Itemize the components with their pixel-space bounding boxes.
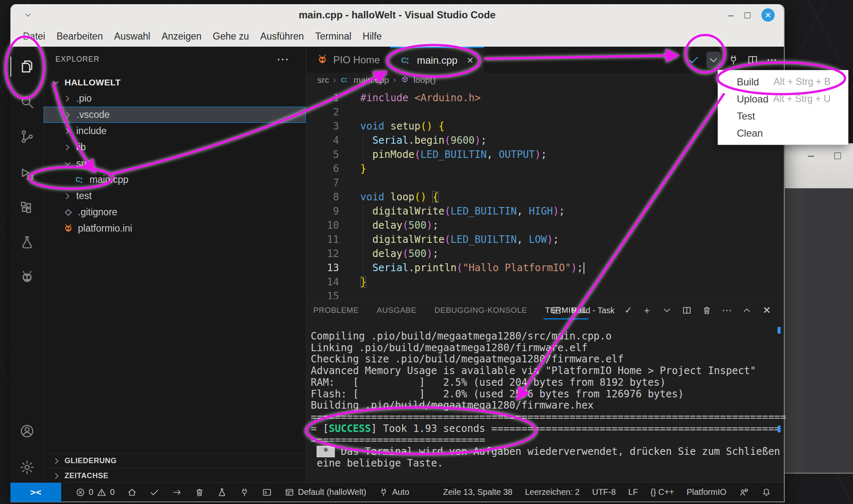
menu-datei[interactable]: Datei: [23, 31, 45, 42]
chevron-down-icon[interactable]: [706, 52, 721, 68]
titlebar-chevron-icon[interactable]: [24, 11, 32, 19]
menu-bearbeiten[interactable]: Bearbeiten: [57, 31, 103, 42]
platformio-alien-icon[interactable]: [17, 268, 37, 288]
maximize-button[interactable]: □: [745, 10, 751, 20]
statusbar-pio-clean-button[interactable]: [195, 487, 205, 497]
source-control-icon[interactable]: [17, 127, 37, 147]
menu-terminal[interactable]: Terminal: [315, 31, 352, 42]
bg-maximize-button[interactable]: □: [834, 149, 841, 162]
statusbar-pio-build-button[interactable]: [150, 487, 160, 497]
tab-main-cpp[interactable]: C++main.cpp✕: [390, 47, 484, 73]
code-editor[interactable]: 1#include <Arduino.h>23void setup() {4 S…: [307, 87, 784, 299]
tab-close-icon[interactable]: ✕: [466, 55, 474, 65]
code-line-4: 4 Serial.begin(9600);: [307, 133, 784, 147]
tree-item-platformioini[interactable]: platformio.ini: [44, 220, 306, 237]
terminal-text: ] Took 1.93 seconds: [371, 423, 491, 434]
terminal-text: Linking .pio/build/megaatmega1280/firmwa…: [311, 342, 588, 354]
statusbar-project-environment[interactable]: Default (halloWelt): [284, 487, 366, 497]
search-icon[interactable]: [17, 92, 37, 112]
section-zeitachse[interactable]: ZEITACHSE: [44, 468, 306, 483]
statusbar-value: PlatformIO: [686, 487, 726, 497]
chevron-right-icon: [63, 192, 72, 201]
tree-item-HALLOWELT[interactable]: HALLOWELT: [44, 74, 306, 90]
panel-tab-ausgabe[interactable]: AUSGABE: [377, 299, 417, 321]
chevron-down-icon[interactable]: [661, 305, 672, 316]
tree-item-maincpp[interactable]: C++main.cpp: [44, 172, 306, 188]
bg-minimize-button[interactable]: –: [808, 149, 814, 162]
close-button[interactable]: ✕: [761, 8, 775, 22]
section-gliederung[interactable]: GLIEDERUNG: [44, 453, 306, 468]
menu-auswahl[interactable]: Auswahl: [114, 31, 150, 42]
statusbar-remote-indicator[interactable]: ><: [10, 483, 61, 502]
code-token: void: [360, 191, 384, 203]
build-check-icon[interactable]: [687, 54, 700, 66]
editor-group: PIO HomeC++main.cpp✕ src›C++main.cpp›loo…: [307, 47, 784, 299]
panel-tab-probleme[interactable]: PROBLEME: [313, 299, 359, 321]
menu-item-upload[interactable]: UploadAlt + Strg + U: [718, 90, 848, 107]
trash-icon[interactable]: [701, 305, 712, 316]
account-icon[interactable]: [17, 421, 37, 441]
explorer-header: EXPLORER: [55, 55, 100, 64]
minimize-button[interactable]: –: [728, 10, 733, 20]
code-token: ;: [432, 220, 438, 231]
statusbar-serial-port[interactable]: Auto: [379, 487, 409, 497]
more-actions-icon[interactable]: [766, 54, 778, 66]
explorer-more-icon[interactable]: ⋯: [277, 52, 289, 66]
test-beaker-icon[interactable]: [17, 232, 37, 252]
tree-item-lib[interactable]: lib: [44, 139, 306, 155]
plus-icon[interactable]: ＋: [641, 305, 652, 316]
tree-item-src[interactable]: src: [44, 155, 306, 172]
statusbar-language-mode[interactable]: {} C++: [651, 487, 674, 497]
menu-anzeigen[interactable]: Anzeigen: [162, 31, 202, 42]
statusbar-pio-terminal-button[interactable]: [262, 487, 272, 497]
statusbar-problems[interactable]: 00: [75, 487, 115, 497]
close-icon[interactable]: ✕: [761, 305, 772, 316]
statusbar-encoding[interactable]: UTF-8: [592, 487, 616, 497]
menu-gehe-zu[interactable]: Gehe zu: [213, 31, 249, 42]
files-icon[interactable]: [10, 57, 37, 77]
split-editor-icon[interactable]: [681, 305, 692, 316]
run-debug-icon[interactable]: [17, 164, 37, 184]
breadcrumb-item[interactable]: src: [317, 75, 329, 85]
tree-item-test[interactable]: test: [44, 188, 306, 204]
chevron-up-icon[interactable]: [741, 305, 752, 316]
line-number: 3: [307, 119, 339, 133]
menu-item-clean[interactable]: Clean: [718, 125, 848, 142]
terminal-task-name[interactable]: Build - Task: [572, 306, 615, 315]
statusbar-platformio-mode[interactable]: PlatformIO: [686, 487, 726, 497]
breadcrumb[interactable]: src›C++main.cpp›loop(): [317, 73, 436, 87]
statusbar-feedback[interactable]: [739, 487, 749, 497]
plug-icon[interactable]: [727, 54, 740, 66]
tree-item-gitignore[interactable]: .gitignore: [44, 204, 306, 220]
statusbar-notifications[interactable]: [761, 487, 771, 497]
line-number: 2: [307, 105, 339, 119]
more-actions-icon[interactable]: ⋯: [721, 305, 732, 316]
menu-hilfe[interactable]: Hilfe: [363, 31, 382, 42]
platformio-tab-icon: [317, 54, 328, 66]
tab-pio-home[interactable]: PIO Home: [307, 47, 390, 73]
statusbar-cursor-position[interactable]: Zeile 13, Spalte 38: [443, 487, 513, 497]
code-token: 9600: [451, 135, 475, 146]
menu-item-test[interactable]: Test: [718, 107, 848, 125]
tree-item-pio[interactable]: .pio: [44, 90, 306, 107]
titlebar[interactable]: main.cpp - halloWelt - Visual Studio Cod…: [10, 4, 784, 26]
statusbar-pio-home-button[interactable]: [127, 487, 137, 497]
breadcrumb-item[interactable]: main.cpp: [354, 75, 389, 85]
statusbar-pio-test-button[interactable]: [217, 487, 227, 497]
panel-tab-debugging-konsole[interactable]: DEBUGGING-KONSOLE: [434, 299, 527, 321]
menu-ausführen[interactable]: Ausführen: [260, 31, 304, 42]
terminal-text: Advanced Memory Usage is available via "…: [311, 365, 756, 377]
statusbar-pio-serial-monitor-button[interactable]: [239, 487, 249, 497]
split-editor-icon[interactable]: [746, 54, 759, 66]
settings-gear-icon[interactable]: [17, 457, 37, 477]
statusbar-indentation[interactable]: Leerzeichen: 2: [525, 487, 579, 497]
menu-item-build[interactable]: BuildAlt + Strg + B: [718, 73, 848, 90]
statusbar-pio-upload-button[interactable]: [172, 487, 182, 497]
extensions-icon[interactable]: [17, 198, 37, 218]
tree-item-vscode[interactable]: .vscode: [44, 107, 306, 123]
statusbar-eol[interactable]: LF: [628, 487, 638, 497]
code-token: {: [432, 191, 438, 203]
terminal-output[interactable]: Compiling .pio/build/megaatmega1280/src/…: [311, 324, 780, 480]
tree-item-include[interactable]: include: [44, 123, 306, 139]
breadcrumb-item[interactable]: loop(): [414, 75, 436, 85]
